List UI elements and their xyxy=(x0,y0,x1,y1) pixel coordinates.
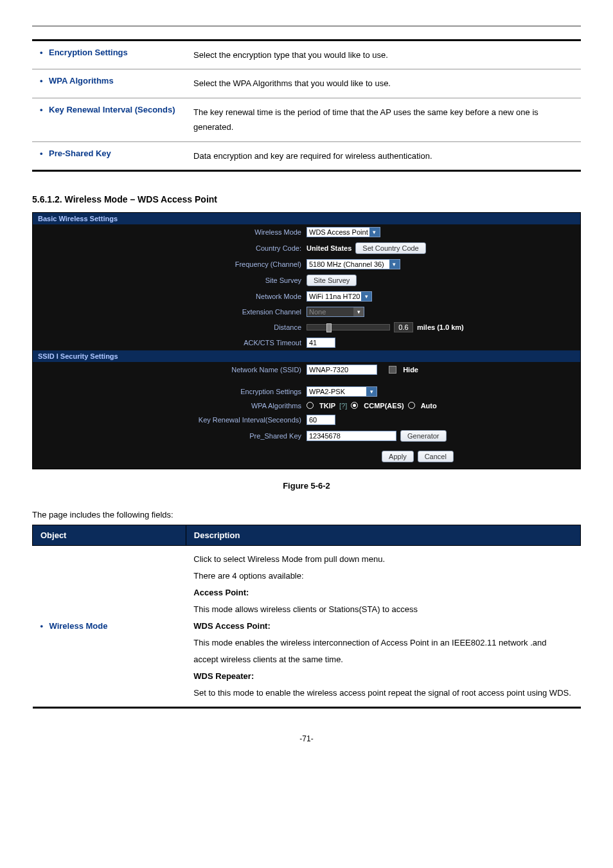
preshared-key-input[interactable]: 12345678 xyxy=(306,431,396,441)
ssid-security-header: SSID I Security Settings xyxy=(33,350,580,362)
settings-panel: Basic Wireless Settings Wireless Mode WD… xyxy=(32,212,581,469)
encryption-settings-select[interactable]: WPA2-PSK▾ xyxy=(306,386,377,397)
site-survey-button[interactable]: Site Survey xyxy=(306,275,357,286)
page-number: -71- xyxy=(32,734,581,743)
frequency-select[interactable]: 5180 MHz (Channel 36) ▾ xyxy=(306,259,400,269)
auto-radio[interactable] xyxy=(408,402,415,409)
object-description-table: Object Description •Wireless Mode Click … xyxy=(32,525,581,709)
chevron-down-icon: ▾ xyxy=(366,387,377,396)
figure-caption: Figure 5-6-2 xyxy=(32,481,581,491)
ack-timeout-input[interactable]: 41 xyxy=(306,338,335,348)
country-code-value: United States xyxy=(306,244,351,252)
tkip-help-link[interactable]: [?] xyxy=(339,402,347,410)
extension-channel-select: None▾ xyxy=(306,307,364,317)
description-header: Description xyxy=(186,525,580,545)
parameter-table: •Encryption Settings Select the encrypti… xyxy=(32,39,581,172)
wireless-mode-obj-desc: Click to select Wireless Mode from pull … xyxy=(186,545,580,707)
network-name-label: Network Name (SSID) xyxy=(33,366,306,374)
row-wpa-algorithms-desc: Select the WPA Algorithms that you would… xyxy=(186,69,581,98)
encryption-settings-label: Encryption Settings xyxy=(33,388,306,395)
chevron-down-icon: ▾ xyxy=(353,307,364,316)
network-name-input[interactable]: WNAP-7320 xyxy=(306,365,377,375)
tkip-label: TKIP xyxy=(319,402,335,410)
chevron-down-icon: ▾ xyxy=(361,292,371,301)
country-code-label: Country Code: xyxy=(33,244,306,252)
generator-button[interactable]: Generator xyxy=(400,430,447,442)
row-wpa-algorithms-label: •WPA Algorithms xyxy=(32,69,186,98)
ccmp-radio[interactable] xyxy=(351,402,358,409)
distance-slider[interactable] xyxy=(306,324,390,330)
hide-checkbox[interactable] xyxy=(389,366,396,374)
site-survey-label: Site Survey xyxy=(33,276,306,284)
wpa-algorithms-label: WPA Algorithms xyxy=(33,402,306,410)
network-mode-select[interactable]: WiFi 11na HT20▾ xyxy=(306,291,372,302)
chevron-down-icon: ▾ xyxy=(369,228,380,237)
set-country-code-button[interactable]: Set Country Code xyxy=(355,242,425,254)
row-encryption-settings-label: •Encryption Settings xyxy=(32,41,186,69)
preshared-key-label: Pre_Shared Key xyxy=(33,432,306,440)
network-mode-label: Network Mode xyxy=(33,293,306,300)
row-key-renewal-label: •Key Renewal Interval (Seconds) xyxy=(32,98,186,141)
chevron-down-icon: ▾ xyxy=(389,260,400,269)
auto-label: Auto xyxy=(421,402,437,410)
hide-label: Hide xyxy=(403,366,418,374)
row-preshared-key-desc: Data encryption and key are required for… xyxy=(186,141,581,170)
frequency-label: Frequency (Channel) xyxy=(33,260,306,268)
distance-label: Distance xyxy=(33,323,306,331)
extension-channel-label: Extension Channel xyxy=(33,308,306,316)
ack-timeout-label: ACK/CTS Timeout xyxy=(33,339,306,347)
ccmp-label: CCMP(AES) xyxy=(364,402,404,410)
apply-button[interactable]: Apply xyxy=(382,451,414,462)
row-preshared-key-label: •Pre-Shared Key xyxy=(32,141,186,170)
object-header: Object xyxy=(33,525,186,545)
slider-thumb[interactable] xyxy=(326,323,332,332)
wireless-mode-select[interactable]: WDS Access Point▾ xyxy=(306,227,380,237)
distance-unit: miles (1.0 km) xyxy=(417,323,464,331)
wireless-mode-label: Wireless Mode xyxy=(33,228,306,236)
section-heading: 5.6.1.2. Wireless Mode – WDS Access Poin… xyxy=(32,194,581,204)
tkip-radio[interactable] xyxy=(306,402,314,409)
fields-intro: The page includes the following fields: xyxy=(32,510,581,520)
basic-wireless-header: Basic Wireless Settings xyxy=(33,213,580,224)
row-key-renewal-desc: The key renewal time is the period of ti… xyxy=(186,98,581,141)
wireless-mode-obj-label: •Wireless Mode xyxy=(33,545,186,707)
distance-input[interactable]: 0.6 xyxy=(394,322,413,332)
row-encryption-settings-desc: Select the encryption type that you woul… xyxy=(186,41,581,69)
cancel-button[interactable]: Cancel xyxy=(418,451,454,462)
key-renewal-label: Key Renewal Interval(Seceonds) xyxy=(33,416,306,424)
key-renewal-input[interactable]: 60 xyxy=(306,415,335,425)
